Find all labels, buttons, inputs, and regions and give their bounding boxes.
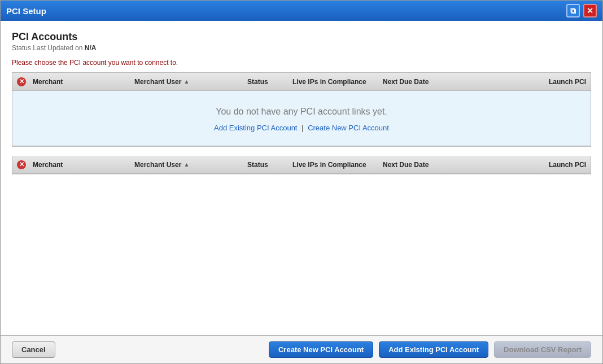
sort-arrow-bottom[interactable]: ▲ [183, 161, 189, 168]
main-window: PCI Setup ⧉ ✕ PCI Accounts Status Last U… [0, 0, 603, 364]
pci-table-bottom: ✕ Merchant Merchant User ▲ Status Live I… [12, 156, 591, 174]
sort-arrow-top[interactable]: ▲ [183, 78, 189, 85]
col-due-date-header-top: Next Due Date [383, 78, 451, 86]
close-button[interactable]: ✕ [583, 4, 597, 17]
col-live-ips-header-top: Live IPs in Compliance [292, 78, 383, 86]
col-live-ips-header-bottom: Live IPs in Compliance [292, 161, 383, 169]
table-empty-body: You do not have any PCI account links ye… [12, 91, 591, 146]
empty-message: You do not have any PCI account links ye… [216, 107, 387, 117]
col-due-date-header-bottom: Next Due Date [383, 161, 451, 169]
clear-icon-top[interactable]: ✕ [17, 77, 26, 86]
col-launch-header-bottom: Launch PCI [451, 161, 586, 169]
footer-bar: Cancel Create New PCI Account Add Existi… [1, 335, 602, 363]
col-status-header-top: Status [247, 78, 292, 86]
table-header-bottom: ✕ Merchant Merchant User ▲ Status Live I… [12, 156, 591, 174]
instruction-text: Please choose the PCI account you want t… [12, 59, 591, 67]
add-existing-pci-button[interactable]: Add Existing PCI Account [379, 341, 488, 358]
status-label: Status Last Updated on [12, 44, 82, 52]
cancel-button[interactable]: Cancel [12, 341, 55, 358]
col-merchant-user-header-top: Merchant User ▲ [134, 78, 247, 86]
col-merchant-user-header-bottom: Merchant User ▲ [134, 161, 247, 169]
footer-left: Cancel [12, 341, 55, 358]
empty-links: Add Existing PCI Account | Create New PC… [214, 124, 389, 132]
title-bar-controls: ⧉ ✕ [566, 4, 597, 17]
link-separator: | [302, 124, 303, 132]
col-merchant-header-bottom: Merchant [33, 161, 134, 169]
col-status-header-bottom: Status [247, 161, 292, 169]
restore-button[interactable]: ⧉ [566, 4, 580, 17]
create-new-link-inline[interactable]: Create New PCI Account [308, 124, 389, 132]
title-bar: PCI Setup ⧉ ✕ [1, 1, 602, 21]
download-csv-button[interactable]: Download CSV Report [494, 341, 591, 358]
window-title: PCI Setup [6, 6, 46, 16]
col-launch-header-top: Launch PCI [451, 78, 586, 86]
add-existing-link-inline[interactable]: Add Existing PCI Account [214, 124, 297, 132]
col-clear-bottom: ✕ [17, 160, 33, 169]
pci-table-top: ✕ Merchant Merchant User ▲ Status Live I… [12, 72, 591, 147]
page-title: PCI Accounts [12, 31, 591, 43]
status-line: Status Last Updated on N/A [12, 44, 591, 52]
status-value: N/A [85, 44, 97, 52]
col-merchant-header-top: Merchant [33, 78, 134, 86]
clear-icon-bottom[interactable]: ✕ [17, 160, 26, 169]
table-header-top: ✕ Merchant Merchant User ▲ Status Live I… [12, 73, 591, 91]
col-clear-top: ✕ [17, 77, 33, 86]
create-new-pci-button[interactable]: Create New PCI Account [269, 341, 373, 358]
footer-right: Create New PCI Account Add Existing PCI … [269, 341, 591, 358]
content-area: PCI Accounts Status Last Updated on N/A … [1, 21, 602, 335]
